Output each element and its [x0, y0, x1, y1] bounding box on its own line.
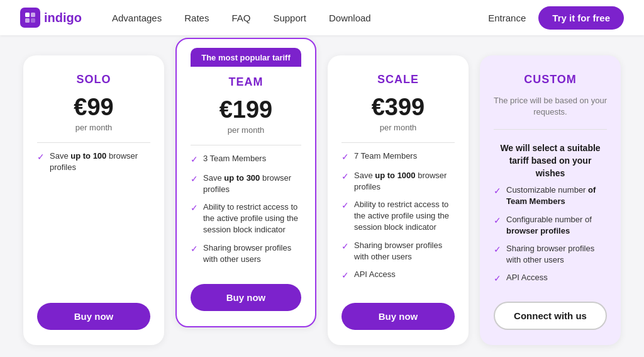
- solo-buy-button[interactable]: Buy now: [37, 303, 150, 330]
- scale-features: ✓ 7 Team Members ✓ Save up to 1000 brows…: [341, 150, 455, 292]
- scale-price: €399: [372, 95, 425, 119]
- solo-price-area: €99: [74, 95, 113, 119]
- logo-icon: [20, 8, 40, 28]
- scale-feature-2: ✓ Save up to 1000 browser profiles: [341, 170, 455, 193]
- logo[interactable]: indigo: [20, 8, 82, 28]
- pricing-section: SOLO €99 per month ✓ Save up to 100 brow…: [0, 35, 644, 357]
- scale-plan-card: SCALE €399 per month ✓ 7 Team Members ✓ …: [328, 55, 469, 345]
- custom-divider: [494, 129, 607, 130]
- custom-feature-2: ✓ Configurable number of browser profile…: [494, 214, 607, 237]
- team-price-area: €199: [219, 98, 273, 122]
- nav-download[interactable]: Download: [329, 13, 371, 23]
- check-icon: ✓: [191, 173, 198, 186]
- team-feature-3: ✓ Ability to restrict access to the acti…: [191, 201, 301, 236]
- team-buy-button[interactable]: Buy now: [191, 284, 301, 311]
- team-feature-1-text: 3 Team Members: [203, 153, 266, 164]
- svg-rect-3: [25, 18, 30, 23]
- check-icon: ✓: [494, 244, 501, 256]
- try-free-button[interactable]: Try it for free: [538, 6, 624, 30]
- team-feature-2-text: Save up to 300 browser profiles: [203, 173, 301, 195]
- scale-feature-2-text: Save up to 1000 browser profiles: [354, 170, 455, 193]
- solo-feature-1: ✓ Save up to 100 browser profiles: [37, 150, 150, 173]
- team-feature-4-text: Sharing browser profiles with other user…: [203, 242, 301, 265]
- custom-feature-4-text: API Access: [506, 272, 548, 283]
- team-price: €199: [219, 98, 273, 122]
- custom-feature-4: ✓ API Access: [494, 272, 607, 285]
- custom-feature-1-text: Customizable number of Team Members: [506, 184, 607, 207]
- solo-divider: [37, 142, 150, 143]
- custom-title: CUSTOM: [524, 73, 577, 86]
- team-feature-3-text: Ability to restrict access to the active…: [203, 201, 301, 236]
- nav-faq[interactable]: FAQ: [231, 13, 250, 23]
- team-divider: [191, 145, 301, 145]
- navbar: indigo Advantages Rates FAQ Support Down…: [0, 0, 644, 35]
- check-icon: ✓: [494, 185, 501, 198]
- popular-badge: The most popular tariff: [191, 48, 301, 67]
- check-icon: ✓: [191, 202, 198, 215]
- team-buy-area: Buy now: [191, 273, 301, 311]
- connect-with-us-button[interactable]: Connect with us: [494, 302, 607, 330]
- solo-plan-card: SOLO €99 per month ✓ Save up to 100 brow…: [23, 55, 164, 345]
- nav-links: Advantages Rates FAQ Support Download: [112, 13, 488, 23]
- nav-support[interactable]: Support: [273, 13, 306, 23]
- custom-connect-area: Connect with us: [494, 290, 607, 330]
- scale-feature-5-text: API Access: [354, 269, 396, 280]
- check-icon: ✓: [341, 241, 349, 253]
- team-feature-2: ✓ Save up to 300 browser profiles: [191, 173, 301, 195]
- custom-feature-2-text: Configurable number of browser profiles: [506, 214, 607, 237]
- scale-buy-area: Buy now: [341, 292, 455, 330]
- check-icon: ✓: [494, 215, 501, 227]
- scale-feature-4-text: Sharing browser profiles with other user…: [354, 240, 455, 263]
- custom-features: ✓ Customizable number of Team Members ✓ …: [494, 184, 607, 290]
- scale-buy-button[interactable]: Buy now: [341, 303, 455, 330]
- nav-rates[interactable]: Rates: [184, 13, 209, 23]
- logo-text: indigo: [44, 11, 82, 25]
- custom-main-text: We will select a suitable tariff based o…: [494, 142, 607, 179]
- scale-feature-4: ✓ Sharing browser profiles with other us…: [341, 240, 455, 263]
- check-icon: ✓: [37, 151, 45, 164]
- check-icon: ✓: [341, 269, 349, 282]
- check-icon: ✓: [341, 151, 349, 164]
- scale-price-area: €399: [372, 95, 425, 119]
- team-plan-card: The most popular tariff TEAM €199 per mo…: [175, 38, 316, 327]
- nav-advantages[interactable]: Advantages: [112, 13, 162, 23]
- check-icon: ✓: [494, 273, 501, 285]
- scale-feature-5: ✓ API Access: [341, 269, 455, 282]
- svg-rect-2: [31, 13, 35, 17]
- svg-rect-0: [20, 8, 40, 28]
- scale-feature-3: ✓ Ability to restrict access to the acti…: [341, 199, 455, 234]
- team-title: TEAM: [229, 76, 264, 89]
- scale-per-month: per month: [380, 123, 417, 132]
- solo-features: ✓ Save up to 100 browser profiles: [37, 150, 150, 292]
- custom-feature-3: ✓ Sharing browser profiles with other us…: [494, 243, 607, 266]
- custom-feature-1: ✓ Customizable number of Team Members: [494, 184, 607, 207]
- solo-buy-area: Buy now: [37, 292, 150, 330]
- solo-feature-1-text: Save up to 100 browser profiles: [50, 150, 150, 173]
- scale-feature-1: ✓ 7 Team Members: [341, 150, 455, 164]
- nav-right: Entrance Try it for free: [488, 6, 624, 30]
- scale-title: SCALE: [377, 73, 419, 86]
- team-per-month: per month: [228, 125, 265, 135]
- solo-title: SOLO: [76, 73, 111, 86]
- scale-divider: [341, 142, 455, 143]
- custom-feature-3-text: Sharing browser profiles with other user…: [506, 243, 607, 266]
- svg-rect-1: [25, 13, 30, 17]
- team-features: ✓ 3 Team Members ✓ Save up to 300 browse…: [191, 153, 301, 273]
- solo-price: €99: [74, 95, 113, 119]
- scale-feature-3-text: Ability to restrict access to the active…: [354, 199, 455, 234]
- check-icon: ✓: [191, 154, 198, 166]
- custom-subtitle: The price will be based on your requests…: [494, 95, 607, 118]
- scale-feature-1-text: 7 Team Members: [354, 150, 417, 162]
- svg-rect-4: [31, 18, 35, 23]
- check-icon: ✓: [191, 243, 198, 256]
- check-icon: ✓: [341, 200, 349, 212]
- check-icon: ✓: [341, 171, 349, 183]
- team-feature-1: ✓ 3 Team Members: [191, 153, 301, 166]
- team-feature-4: ✓ Sharing browser profiles with other us…: [191, 242, 301, 265]
- entrance-button[interactable]: Entrance: [488, 13, 526, 23]
- custom-plan-card: CUSTOM The price will be based on your r…: [480, 55, 621, 345]
- solo-per-month: per month: [75, 123, 113, 132]
